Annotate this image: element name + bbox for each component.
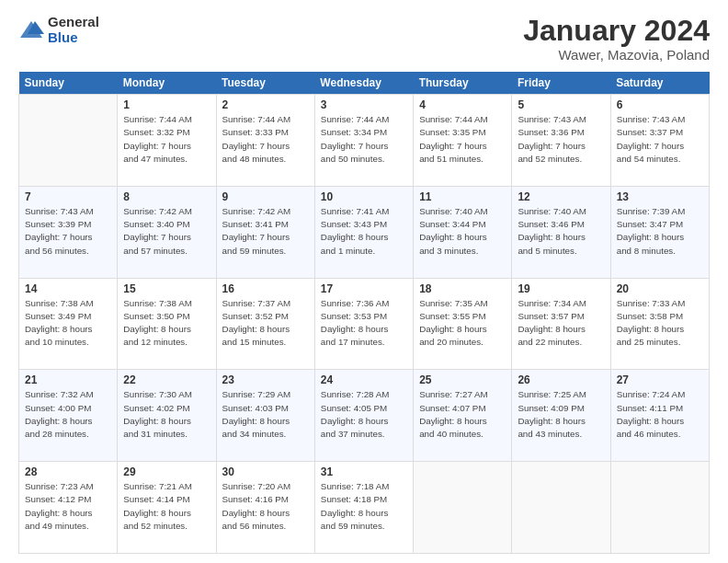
day-number-29: 29	[123, 465, 210, 478]
header-wednesday: Wednesday	[314, 72, 413, 95]
day-number-2: 2	[222, 98, 309, 111]
day-info-6: Sunrise: 7:43 AMSunset: 3:37 PMDaylight:…	[617, 113, 703, 166]
day-cell-w2-d0: 14Sunrise: 7:38 AMSunset: 3:49 PMDayligh…	[19, 278, 118, 370]
day-info-5: Sunrise: 7:43 AMSunset: 3:36 PMDaylight:…	[518, 113, 604, 166]
week-row-4: 28Sunrise: 7:23 AMSunset: 4:12 PMDayligh…	[19, 462, 710, 554]
day-number-24: 24	[321, 373, 407, 386]
day-number-7: 7	[25, 190, 111, 203]
day-cell-w3-d2: 23Sunrise: 7:29 AMSunset: 4:03 PMDayligh…	[216, 370, 314, 462]
day-info-3: Sunrise: 7:44 AMSunset: 3:34 PMDaylight:…	[321, 113, 407, 166]
day-info-27: Sunrise: 7:24 AMSunset: 4:11 PMDaylight:…	[617, 388, 703, 441]
day-info-26: Sunrise: 7:25 AMSunset: 4:09 PMDaylight:…	[518, 388, 604, 441]
day-cell-w3-d5: 26Sunrise: 7:25 AMSunset: 4:09 PMDayligh…	[512, 370, 610, 462]
header-friday: Friday	[512, 72, 610, 95]
day-cell-w0-d4: 4Sunrise: 7:44 AMSunset: 3:35 PMDaylight…	[414, 95, 512, 187]
day-number-5: 5	[518, 98, 604, 111]
day-info-12: Sunrise: 7:40 AMSunset: 3:46 PMDaylight:…	[518, 205, 604, 258]
day-number-28: 28	[25, 465, 111, 478]
day-cell-w1-d4: 11Sunrise: 7:40 AMSunset: 3:44 PMDayligh…	[414, 186, 512, 278]
logo-icon	[18, 17, 44, 43]
header-tuesday: Tuesday	[216, 72, 314, 95]
day-number-11: 11	[419, 190, 506, 203]
day-number-14: 14	[25, 282, 111, 295]
day-info-11: Sunrise: 7:40 AMSunset: 3:44 PMDaylight:…	[419, 205, 506, 258]
day-number-21: 21	[25, 373, 111, 386]
logo-blue-text: Blue	[48, 30, 99, 46]
day-number-23: 23	[222, 373, 309, 386]
day-info-7: Sunrise: 7:43 AMSunset: 3:39 PMDaylight:…	[25, 205, 111, 258]
day-number-4: 4	[419, 98, 506, 111]
day-info-14: Sunrise: 7:38 AMSunset: 3:49 PMDaylight:…	[25, 297, 111, 350]
day-number-8: 8	[123, 190, 210, 203]
day-info-18: Sunrise: 7:35 AMSunset: 3:55 PMDaylight:…	[419, 297, 506, 350]
month-title: January 2024	[523, 15, 710, 47]
header-thursday: Thursday	[414, 72, 512, 95]
day-cell-w4-d0: 28Sunrise: 7:23 AMSunset: 4:12 PMDayligh…	[19, 462, 118, 554]
header-saturday: Saturday	[610, 72, 709, 95]
day-cell-w2-d1: 15Sunrise: 7:38 AMSunset: 3:50 PMDayligh…	[118, 278, 216, 370]
day-number-15: 15	[123, 282, 210, 295]
day-cell-w3-d0: 21Sunrise: 7:32 AMSunset: 4:00 PMDayligh…	[19, 370, 118, 462]
day-number-12: 12	[518, 190, 604, 203]
header: General Blue January 2024 Wawer, Mazovia…	[18, 15, 710, 63]
logo: General Blue	[18, 15, 99, 45]
day-cell-w1-d2: 9Sunrise: 7:42 AMSunset: 3:41 PMDaylight…	[216, 186, 314, 278]
day-info-19: Sunrise: 7:34 AMSunset: 3:57 PMDaylight:…	[518, 297, 604, 350]
day-cell-w4-d6	[610, 462, 709, 554]
day-info-1: Sunrise: 7:44 AMSunset: 3:32 PMDaylight:…	[123, 113, 210, 166]
day-cell-w3-d6: 27Sunrise: 7:24 AMSunset: 4:11 PMDayligh…	[610, 370, 709, 462]
day-cell-w0-d1: 1Sunrise: 7:44 AMSunset: 3:32 PMDaylight…	[118, 95, 216, 187]
day-number-9: 9	[222, 190, 309, 203]
day-number-22: 22	[123, 373, 210, 386]
day-cell-w1-d3: 10Sunrise: 7:41 AMSunset: 3:43 PMDayligh…	[314, 186, 413, 278]
day-info-17: Sunrise: 7:36 AMSunset: 3:53 PMDaylight:…	[321, 297, 407, 350]
day-info-30: Sunrise: 7:20 AMSunset: 4:16 PMDaylight:…	[222, 480, 309, 533]
day-cell-w1-d0: 7Sunrise: 7:43 AMSunset: 3:39 PMDaylight…	[19, 186, 118, 278]
week-row-3: 21Sunrise: 7:32 AMSunset: 4:00 PMDayligh…	[19, 370, 710, 462]
day-info-29: Sunrise: 7:21 AMSunset: 4:14 PMDaylight:…	[123, 480, 210, 533]
day-number-31: 31	[321, 465, 407, 478]
day-number-19: 19	[518, 282, 604, 295]
week-row-0: 1Sunrise: 7:44 AMSunset: 3:32 PMDaylight…	[19, 95, 710, 187]
day-cell-w1-d1: 8Sunrise: 7:42 AMSunset: 3:40 PMDaylight…	[118, 186, 216, 278]
day-cell-w1-d5: 12Sunrise: 7:40 AMSunset: 3:46 PMDayligh…	[512, 186, 610, 278]
day-info-31: Sunrise: 7:18 AMSunset: 4:18 PMDaylight:…	[321, 480, 407, 533]
calendar-table: Sunday Monday Tuesday Wednesday Thursday…	[18, 72, 710, 554]
day-cell-w0-d6: 6Sunrise: 7:43 AMSunset: 3:37 PMDaylight…	[610, 95, 709, 187]
page: General Blue January 2024 Wawer, Mazovia…	[0, 0, 728, 563]
day-cell-w3-d3: 24Sunrise: 7:28 AMSunset: 4:05 PMDayligh…	[314, 370, 413, 462]
day-cell-w1-d6: 13Sunrise: 7:39 AMSunset: 3:47 PMDayligh…	[610, 186, 709, 278]
day-info-15: Sunrise: 7:38 AMSunset: 3:50 PMDaylight:…	[123, 297, 210, 350]
day-number-26: 26	[518, 373, 604, 386]
day-info-9: Sunrise: 7:42 AMSunset: 3:41 PMDaylight:…	[222, 205, 309, 258]
day-number-3: 3	[321, 98, 407, 111]
day-info-4: Sunrise: 7:44 AMSunset: 3:35 PMDaylight:…	[419, 113, 506, 166]
day-cell-w2-d5: 19Sunrise: 7:34 AMSunset: 3:57 PMDayligh…	[512, 278, 610, 370]
week-row-2: 14Sunrise: 7:38 AMSunset: 3:49 PMDayligh…	[19, 278, 710, 370]
day-info-24: Sunrise: 7:28 AMSunset: 4:05 PMDaylight:…	[321, 388, 407, 441]
header-sunday: Sunday	[19, 72, 118, 95]
day-cell-w0-d0	[19, 95, 118, 187]
day-cell-w2-d6: 20Sunrise: 7:33 AMSunset: 3:58 PMDayligh…	[610, 278, 709, 370]
day-cell-w2-d4: 18Sunrise: 7:35 AMSunset: 3:55 PMDayligh…	[414, 278, 512, 370]
day-number-18: 18	[419, 282, 506, 295]
title-section: January 2024 Wawer, Mazovia, Poland	[523, 15, 710, 63]
week-row-1: 7Sunrise: 7:43 AMSunset: 3:39 PMDaylight…	[19, 186, 710, 278]
day-number-27: 27	[617, 373, 703, 386]
day-info-8: Sunrise: 7:42 AMSunset: 3:40 PMDaylight:…	[123, 205, 210, 258]
day-cell-w0-d2: 2Sunrise: 7:44 AMSunset: 3:33 PMDaylight…	[216, 95, 314, 187]
day-number-13: 13	[617, 190, 703, 203]
day-info-21: Sunrise: 7:32 AMSunset: 4:00 PMDaylight:…	[25, 388, 111, 441]
logo-text: General Blue	[48, 15, 99, 45]
day-info-25: Sunrise: 7:27 AMSunset: 4:07 PMDaylight:…	[419, 388, 506, 441]
day-number-20: 20	[617, 282, 703, 295]
day-cell-w3-d4: 25Sunrise: 7:27 AMSunset: 4:07 PMDayligh…	[414, 370, 512, 462]
day-info-13: Sunrise: 7:39 AMSunset: 3:47 PMDaylight:…	[617, 205, 703, 258]
day-number-10: 10	[321, 190, 407, 203]
logo-general-text: General	[48, 15, 99, 30]
day-number-6: 6	[617, 98, 703, 111]
day-number-25: 25	[419, 373, 506, 386]
day-cell-w2-d3: 17Sunrise: 7:36 AMSunset: 3:53 PMDayligh…	[314, 278, 413, 370]
day-cell-w0-d3: 3Sunrise: 7:44 AMSunset: 3:34 PMDaylight…	[314, 95, 413, 187]
day-number-30: 30	[222, 465, 309, 478]
